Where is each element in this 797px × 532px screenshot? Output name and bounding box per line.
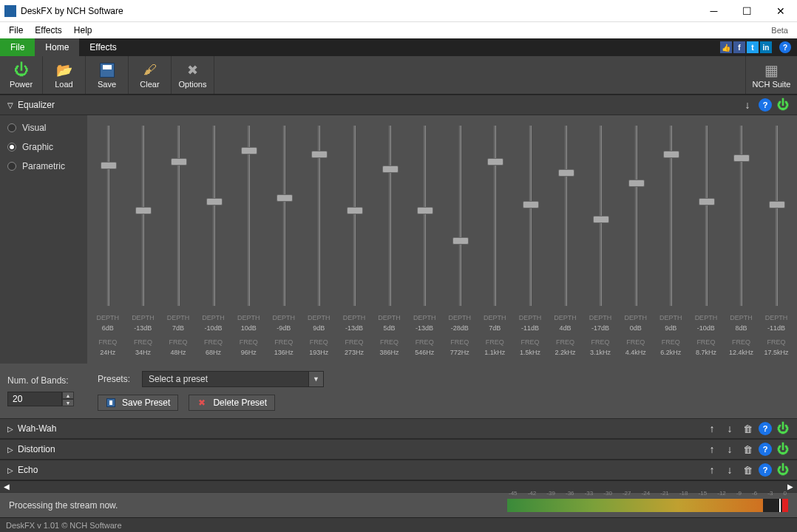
eq-mode-visual[interactable]: Visual <box>7 123 80 133</box>
slider-thumb[interactable] <box>487 158 503 166</box>
section-wahwah[interactable]: ▷Wah-Wah↑↓🗑?⏻ <box>0 418 797 439</box>
menu-file[interactable]: File <box>3 24 29 37</box>
slider-thumb[interactable] <box>206 198 223 205</box>
save-preset-button[interactable]: Save Preset <box>98 395 178 411</box>
eq-slider[interactable] <box>106 126 109 306</box>
move-down-icon[interactable]: ↓ <box>723 422 736 435</box>
slider-thumb[interactable] <box>593 216 609 223</box>
scroll-left-icon[interactable]: ◀ <box>0 482 13 491</box>
eq-slider[interactable] <box>564 126 567 306</box>
eq-slider[interactable] <box>634 126 637 306</box>
eq-slider[interactable] <box>177 126 180 306</box>
slider-thumb[interactable] <box>417 207 433 214</box>
eq-slider[interactable] <box>388 126 391 306</box>
facebook-icon[interactable]: f <box>733 41 745 53</box>
eq-slider[interactable] <box>705 126 708 306</box>
tab-effects[interactable]: Effects <box>79 38 126 56</box>
move-up-icon[interactable]: ↑ <box>705 463 719 477</box>
eq-slider[interactable] <box>423 126 426 306</box>
section-echo[interactable]: ▷Echo↑↓🗑?⏻ <box>0 460 797 480</box>
section-help-icon[interactable]: ? <box>759 443 772 456</box>
peak-indicator <box>782 499 788 512</box>
slider-thumb[interactable] <box>663 151 679 158</box>
slider-thumb[interactable] <box>628 180 645 187</box>
section-distortion[interactable]: ▷Distortion↑↓🗑?⏻ <box>0 439 797 460</box>
eq-mode-parametric[interactable]: Parametric <box>7 161 80 171</box>
delete-preset-button[interactable]: ✖ Delete Preset <box>189 395 275 411</box>
move-up-icon[interactable]: ↑ <box>705 422 719 435</box>
tab-bar: File Home Effects 👍 f t in ? <box>0 38 797 56</box>
tab-home[interactable]: Home <box>35 38 79 56</box>
nch-suite-button[interactable]: ▦ NCH Suite <box>745 56 797 94</box>
menu-help[interactable]: Help <box>68 24 98 37</box>
slider-thumb[interactable] <box>277 194 293 202</box>
eq-slider[interactable] <box>212 126 215 306</box>
move-down-icon[interactable]: ↓ <box>723 443 736 456</box>
section-help-icon[interactable]: ? <box>759 463 772 477</box>
eq-slider[interactable] <box>247 126 250 306</box>
slider-thumb[interactable] <box>135 207 152 214</box>
load-button[interactable]: 📂 Load <box>43 56 86 94</box>
like-icon[interactable]: 👍 <box>720 41 732 53</box>
slider-thumb[interactable] <box>347 207 363 214</box>
spin-up-icon[interactable]: ▲ <box>62 392 74 399</box>
num-bands-stepper[interactable]: ▲ ▼ <box>7 392 87 406</box>
slider-thumb[interactable] <box>452 237 469 245</box>
section-power-icon[interactable]: ⏻ <box>776 422 790 435</box>
close-button[interactable]: ✕ <box>764 0 797 22</box>
menu-effects[interactable]: Effects <box>29 24 67 37</box>
eq-mode-graphic[interactable]: Graphic <box>7 142 80 152</box>
move-up-icon[interactable]: ↑ <box>705 443 719 456</box>
tab-file[interactable]: File <box>0 38 35 56</box>
clear-button[interactable]: 🖌 Clear <box>129 56 172 94</box>
eq-slider[interactable] <box>353 126 356 306</box>
maximize-button[interactable]: ☐ <box>730 0 764 22</box>
presets-bar: Num. of Bands: ▲ ▼ Presets: Select a pre… <box>0 364 797 418</box>
eq-slider[interactable] <box>141 126 144 306</box>
equalizer-header[interactable]: ▽ Equalizer ↓ ? ⏻ <box>0 95 797 115</box>
slider-thumb[interactable] <box>241 147 257 154</box>
section-help-icon[interactable]: ? <box>759 422 772 435</box>
trash-icon[interactable]: 🗑 <box>741 443 754 456</box>
slider-thumb[interactable] <box>733 154 750 162</box>
move-down-icon[interactable]: ↓ <box>723 463 736 477</box>
eq-slider[interactable] <box>282 126 285 306</box>
spin-down-icon[interactable]: ▼ <box>62 399 74 406</box>
slider-thumb[interactable] <box>382 166 398 173</box>
linkedin-icon[interactable]: in <box>760 41 772 53</box>
eq-slider[interactable] <box>458 126 461 306</box>
save-icon <box>99 62 115 78</box>
slider-thumb[interactable] <box>769 201 785 208</box>
power-button[interactable]: ⏻ Power <box>0 56 43 94</box>
slider-thumb[interactable] <box>101 162 117 169</box>
slider-thumb[interactable] <box>699 198 715 205</box>
slider-thumb[interactable] <box>171 158 187 166</box>
eq-slider[interactable] <box>529 126 532 306</box>
eq-slider[interactable] <box>739 126 742 306</box>
eq-slider[interactable] <box>493 126 496 306</box>
slider-thumb[interactable] <box>558 169 574 177</box>
slider-thumb[interactable] <box>311 151 328 158</box>
move-down-icon[interactable]: ↓ <box>741 98 754 112</box>
section-help-icon[interactable]: ? <box>759 98 772 112</box>
preset-select[interactable]: Select a preset ▼ <box>142 371 324 387</box>
help-icon[interactable]: ? <box>779 41 791 53</box>
twitter-icon[interactable]: t <box>747 41 759 53</box>
eq-slider[interactable] <box>775 126 778 306</box>
section-power-icon[interactable]: ⏻ <box>776 463 790 477</box>
eq-slider[interactable] <box>317 126 320 306</box>
eq-band-0: DEPTH6dBFREQ24Hz <box>90 126 126 358</box>
section-title: Distortion <box>18 444 55 454</box>
num-bands-input[interactable] <box>7 392 62 406</box>
eq-slider[interactable] <box>599 126 602 306</box>
trash-icon[interactable]: 🗑 <box>741 422 754 435</box>
slider-thumb[interactable] <box>523 201 539 208</box>
save-button[interactable]: Save <box>86 56 129 94</box>
minimize-button[interactable]: ─ <box>697 0 730 22</box>
social-buttons: 👍 f t in ? <box>720 38 797 56</box>
options-button[interactable]: ✖ Options <box>172 56 214 94</box>
section-power-icon[interactable]: ⏻ <box>776 443 790 456</box>
eq-slider[interactable] <box>669 126 672 306</box>
section-power-icon[interactable]: ⏻ <box>776 98 790 112</box>
trash-icon[interactable]: 🗑 <box>741 463 754 477</box>
